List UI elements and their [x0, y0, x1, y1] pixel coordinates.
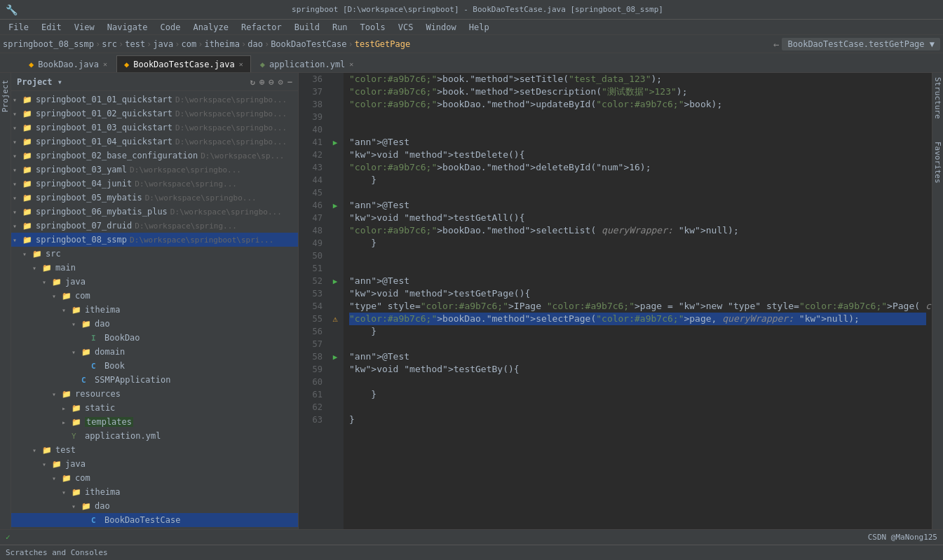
nav-dropdown-label[interactable]: BookDaoTestCase.testGetPage ▼: [782, 38, 940, 50]
code-line-45[interactable]: [349, 186, 926, 199]
settings-icon[interactable]: ⚙: [278, 77, 283, 87]
code-line-53[interactable]: "kw">void "method">testGetPage(){: [349, 287, 926, 300]
favorites-label[interactable]: Favorites: [933, 137, 942, 188]
gutter-61[interactable]: [327, 388, 344, 401]
menu-code[interactable]: Code: [155, 21, 186, 34]
code-line-50[interactable]: [349, 250, 926, 262]
tree-item-14[interactable]: ▾📁com: [11, 289, 298, 303]
tree-item-11[interactable]: ▾📁src: [11, 247, 298, 261]
run-gutter-icon[interactable]: ▶: [333, 138, 338, 147]
breadcrumb-method[interactable]: testGetPage: [355, 39, 410, 49]
tree-item-4[interactable]: ▾📁springboot_02_base_configurationD:\wor…: [11, 149, 298, 163]
menu-navigate[interactable]: Navigate: [102, 21, 154, 34]
scratches-consoles-label[interactable]: Scratches and Consoles: [6, 548, 108, 557]
gutter-54[interactable]: [327, 300, 344, 313]
code-line-40[interactable]: [349, 123, 926, 136]
menu-file[interactable]: File: [3, 21, 34, 34]
tree-item-21[interactable]: ▾📁resources: [11, 387, 298, 401]
gutter-38[interactable]: [327, 98, 344, 111]
tree-item-30[interactable]: CBookDaoTestCase: [11, 513, 298, 527]
tree-item-17[interactable]: IBookDao: [11, 331, 298, 345]
code-line-56[interactable]: }: [349, 325, 926, 338]
tree-item-24[interactable]: Yapplication.yml: [11, 429, 298, 443]
run-gutter-icon[interactable]: ▶: [333, 353, 338, 362]
gutter-46[interactable]: ▶: [327, 199, 344, 212]
code-line-57[interactable]: [349, 338, 926, 350]
menu-vcs[interactable]: VCS: [393, 21, 419, 34]
tree-item-29[interactable]: ▾📁dao: [11, 499, 298, 513]
gutter-62[interactable]: [327, 401, 344, 414]
tree-item-22[interactable]: ▸📁static: [11, 401, 298, 415]
tree-item-25[interactable]: ▾📁test: [11, 443, 298, 457]
tree-item-9[interactable]: ▾📁springboot_07_druidD:\workspace\spring…: [11, 219, 298, 233]
code-line-39[interactable]: [349, 111, 926, 123]
breadcrumb-class[interactable]: BookDaoTestCase: [271, 39, 346, 49]
breadcrumb-test[interactable]: test: [125, 39, 145, 49]
tab-bookdao-close[interactable]: ✕: [103, 60, 107, 68]
menu-run[interactable]: Run: [327, 21, 353, 34]
code-line-58[interactable]: "ann">@Test: [349, 350, 926, 363]
run-gutter-icon[interactable]: ▶: [333, 277, 338, 286]
gutter-48[interactable]: [327, 224, 344, 237]
tree-item-2[interactable]: ▾📁springboot_01_03_quickstartD:\workspac…: [11, 121, 298, 135]
breadcrumb-com[interactable]: com: [181, 39, 196, 49]
gutter-42[interactable]: [327, 149, 344, 161]
menu-view[interactable]: View: [69, 21, 100, 34]
tree-item-20[interactable]: CSSMPApplication: [11, 373, 298, 387]
code-content[interactable]: "color:#a9b7c6;">book."method">setTitle(…: [344, 73, 932, 529]
code-line-63[interactable]: }: [349, 414, 926, 426]
tree-item-6[interactable]: ▾📁springboot_04_junitD:\workspace\spring…: [11, 177, 298, 191]
tree-item-5[interactable]: ▾📁springboot_03_yamlD:\workspace\springb…: [11, 163, 298, 177]
gutter-57[interactable]: [327, 338, 344, 350]
code-line-62[interactable]: [349, 401, 926, 414]
gutter-47[interactable]: [327, 212, 344, 224]
gutter-41[interactable]: ▶: [327, 136, 344, 149]
code-line-42[interactable]: "kw">void "method">testDelete(){: [349, 149, 926, 161]
code-line-51[interactable]: [349, 262, 926, 275]
code-line-49[interactable]: }: [349, 237, 926, 250]
gutter-36[interactable]: [327, 73, 344, 86]
tab-bookdaotestcase[interactable]: ◆ BookDaoTestCase.java ✕: [116, 55, 251, 72]
tree-item-19[interactable]: CBook: [11, 359, 298, 373]
refresh-icon[interactable]: ↻: [250, 77, 255, 87]
tree-item-28[interactable]: ▾📁itheima: [11, 485, 298, 499]
gutter-55[interactable]: ⚠: [327, 313, 344, 325]
tab-bookdaotestcase-close[interactable]: ✕: [239, 60, 243, 68]
tree-item-0[interactable]: ▾📁springboot_01_01_quickstartD:\workspac…: [11, 93, 298, 107]
code-line-59[interactable]: "kw">void "method">testGetBy(){: [349, 363, 926, 376]
gutter-52[interactable]: ▶: [327, 275, 344, 287]
minimize-icon[interactable]: −: [287, 77, 292, 87]
menu-tools[interactable]: Tools: [355, 21, 391, 34]
gutter-59[interactable]: [327, 363, 344, 376]
gutter-63[interactable]: [327, 414, 344, 426]
menu-window[interactable]: Window: [420, 21, 461, 34]
code-line-41[interactable]: "ann">@Test: [349, 136, 926, 149]
gutter-44[interactable]: [327, 174, 344, 186]
tree-item-13[interactable]: ▾📁java: [11, 275, 298, 289]
tab-applicationyml-close[interactable]: ✕: [349, 60, 353, 68]
menu-build[interactable]: Build: [289, 21, 325, 34]
collapse-icon[interactable]: ⊖: [269, 77, 273, 87]
gutter-45[interactable]: [327, 186, 344, 199]
code-line-36[interactable]: "color:#a9b7c6;">book."method">setTitle(…: [349, 73, 926, 86]
menu-refactor[interactable]: Refactor: [236, 21, 287, 34]
code-line-46[interactable]: "ann">@Test: [349, 199, 926, 212]
gutter-58[interactable]: ▶: [327, 350, 344, 363]
gutter-43[interactable]: [327, 161, 344, 174]
code-line-47[interactable]: "kw">void "method">testGetAll(){: [349, 212, 926, 224]
gutter-53[interactable]: [327, 287, 344, 300]
code-line-52[interactable]: "ann">@Test: [349, 275, 926, 287]
tree-item-16[interactable]: ▾📁dao: [11, 317, 298, 331]
run-gutter-icon[interactable]: ▶: [333, 201, 338, 210]
code-line-60[interactable]: [349, 376, 926, 388]
breadcrumb-dao[interactable]: dao: [247, 39, 263, 49]
tab-applicationyml[interactable]: ◆ application.yml ✕: [252, 55, 362, 72]
code-line-54[interactable]: "type" style="color:#a9b7c6;">IPage "col…: [349, 300, 926, 313]
tree-item-26[interactable]: ▾📁java: [11, 457, 298, 471]
gutter-51[interactable]: [327, 262, 344, 275]
breadcrumb-module[interactable]: springboot_08_ssmp: [3, 39, 94, 49]
code-line-61[interactable]: }: [349, 388, 926, 401]
menu-help[interactable]: Help: [463, 21, 495, 34]
gutter-39[interactable]: [327, 111, 344, 123]
tree-item-27[interactable]: ▾📁com: [11, 471, 298, 485]
